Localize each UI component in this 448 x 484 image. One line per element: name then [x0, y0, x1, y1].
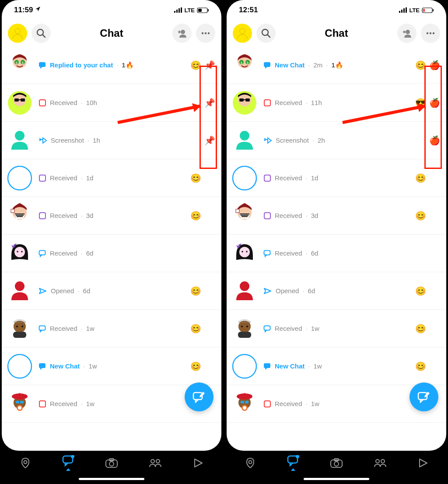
chat-row[interactable]: $$ New Chat·2m·1🔥 😊 🍎 [227, 46, 446, 84]
status-icon [38, 99, 46, 107]
row-time: 1w [311, 325, 319, 332]
row-meta: Received·1w [257, 400, 426, 408]
svg-point-112 [233, 354, 256, 378]
row-time: 1w [314, 362, 322, 370]
friend-emoji: 😊 [415, 286, 426, 296]
chat-row[interactable]: Received·1d 😊 [2, 159, 221, 197]
svg-rect-101 [264, 213, 270, 219]
avatar[interactable] [232, 241, 257, 266]
nav-map[interactable] [245, 457, 256, 469]
profile-button[interactable] [233, 24, 252, 43]
avatar[interactable] [7, 278, 32, 304]
friend-emoji: 😎 [415, 98, 426, 108]
svg-rect-50 [16, 401, 19, 403]
row-time: 1d [86, 174, 94, 182]
svg-text:$: $ [22, 61, 24, 64]
svg-rect-94 [244, 99, 245, 100]
avatar[interactable] [232, 391, 257, 417]
chat-row[interactable]: New Chat·1w 😊 [227, 347, 446, 385]
svg-text:$: $ [16, 61, 18, 64]
avatar[interactable]: $$ [232, 53, 257, 78]
nav-map[interactable] [20, 457, 31, 469]
chat-row[interactable]: Received·1d 😊 [227, 159, 446, 197]
svg-rect-67 [399, 11, 400, 13]
avatar[interactable] [232, 128, 257, 153]
nav-spotlight[interactable] [193, 458, 203, 468]
chat-row[interactable]: Received·1w 😊 [2, 310, 221, 347]
row-time: 6d [308, 287, 315, 295]
chat-row[interactable]: Received·3d 😊 [2, 197, 221, 235]
more-button[interactable] [196, 24, 215, 43]
row-status-text: Opened [51, 287, 74, 295]
new-chat-fab[interactable] [410, 382, 438, 411]
avatar[interactable] [7, 241, 32, 266]
status-icon [263, 249, 271, 257]
screen: 11:59 LTE Chat [2, 0, 221, 451]
avatar[interactable] [7, 165, 32, 191]
streak-count: 1🔥 [332, 61, 343, 69]
row-meta: Received·3d [257, 212, 415, 220]
nav-camera[interactable] [105, 458, 118, 468]
chat-row[interactable]: New Chat·1w 😊 [2, 347, 221, 385]
nav-spotlight[interactable] [418, 458, 428, 468]
more-button[interactable] [421, 24, 440, 43]
svg-point-36 [17, 251, 18, 253]
chat-header: Chat [2, 20, 221, 46]
row-meta: Received·1d [257, 174, 415, 182]
row-status-text: New Chat [50, 362, 80, 370]
avatar[interactable] [7, 354, 32, 379]
row-status-text: Received [50, 99, 77, 106]
new-chat-fab[interactable] [185, 382, 214, 411]
nav-chat[interactable] [287, 455, 299, 471]
chat-row[interactable]: Received·3d 😊 [227, 197, 446, 235]
chat-row[interactable]: Screenshot·2h 🍎 [227, 122, 446, 159]
avatar[interactable] [232, 165, 257, 191]
avatar[interactable] [7, 316, 32, 341]
pin-emoji: 📌 [203, 98, 216, 108]
avatar[interactable] [232, 278, 257, 304]
row-time: 6d [83, 287, 91, 295]
avatar[interactable] [232, 354, 257, 379]
add-friend-button[interactable] [172, 24, 192, 43]
avatar[interactable] [7, 128, 32, 153]
svg-point-80 [427, 32, 428, 34]
avatar[interactable]: $$ [7, 53, 32, 78]
profile-button[interactable] [8, 24, 27, 43]
avatar[interactable] [232, 90, 257, 116]
svg-line-9 [42, 35, 45, 37]
chat-row[interactable]: Opened·6d 😊 [2, 272, 221, 310]
row-meta: New Chat·2m·1🔥 [257, 61, 415, 69]
network-label: LTE [184, 7, 195, 14]
avatar[interactable] [7, 203, 32, 228]
avatar[interactable] [232, 203, 257, 228]
chat-row[interactable]: Received·10h 📌 [2, 84, 221, 122]
friend-emoji: 😊 [415, 173, 426, 183]
add-friend-button[interactable] [397, 24, 416, 43]
chat-row[interactable]: $$ Replied to your chat·1🔥 😊 📌 [2, 46, 221, 84]
svg-point-14 [205, 32, 206, 34]
chat-row[interactable]: Opened·6d 😊 [227, 272, 446, 310]
row-meta: New Chat·1w [32, 362, 190, 370]
chat-row[interactable]: Screenshot·1h 📌 [2, 122, 221, 159]
row-status-text: Received [50, 400, 77, 407]
nav-chat[interactable] [62, 455, 74, 471]
chat-row[interactable]: Received·6d [2, 235, 221, 272]
avatar[interactable] [232, 316, 257, 341]
pin-emoji: 📌 [203, 135, 216, 146]
svg-rect-95 [264, 100, 270, 106]
chat-row[interactable]: Received·1w 😊 [227, 310, 446, 347]
nav-stories[interactable] [374, 458, 387, 468]
avatar[interactable] [7, 391, 32, 417]
row-status-text: Received [50, 249, 77, 257]
search-button[interactable] [256, 24, 276, 43]
row-status-text: Received [275, 325, 302, 332]
chat-row[interactable]: Received·11h 😎 🍎 [227, 84, 446, 122]
search-button[interactable] [32, 24, 51, 43]
avatar[interactable] [7, 90, 32, 116]
nav-stories[interactable] [149, 458, 162, 468]
status-icon [263, 325, 271, 333]
header-title: Chat [55, 27, 168, 39]
chat-row[interactable]: Received·6d [227, 235, 446, 272]
svg-rect-89 [264, 62, 270, 67]
nav-camera[interactable] [330, 458, 343, 468]
